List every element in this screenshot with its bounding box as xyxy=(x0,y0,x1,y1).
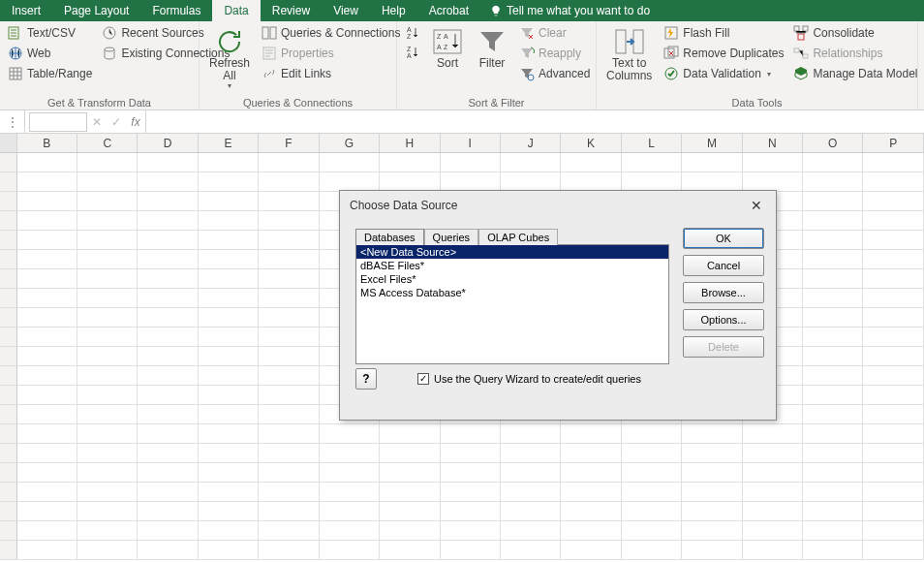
cell[interactable] xyxy=(199,328,259,347)
cell[interactable] xyxy=(17,386,77,405)
cell[interactable] xyxy=(501,444,561,463)
col-header[interactable]: D xyxy=(138,134,198,152)
data-validation-button[interactable]: Data Validation ▾ xyxy=(662,65,785,82)
cell[interactable] xyxy=(622,521,682,541)
cell[interactable] xyxy=(863,347,923,366)
cell[interactable] xyxy=(441,153,501,172)
cell[interactable] xyxy=(743,463,803,483)
tab-databases[interactable]: Databases xyxy=(355,229,424,245)
cell[interactable] xyxy=(682,521,742,541)
cell[interactable] xyxy=(138,502,198,521)
cell[interactable] xyxy=(199,269,259,289)
cell[interactable] xyxy=(17,424,77,444)
cell[interactable] xyxy=(682,483,742,502)
cell[interactable] xyxy=(17,405,77,424)
cell[interactable] xyxy=(561,521,621,541)
cell[interactable] xyxy=(622,483,682,502)
cell[interactable] xyxy=(138,308,198,328)
cell[interactable] xyxy=(17,289,77,308)
cell[interactable] xyxy=(803,172,863,192)
cell[interactable] xyxy=(441,463,501,483)
cell[interactable] xyxy=(743,444,803,463)
cell[interactable] xyxy=(77,405,138,424)
cell[interactable] xyxy=(259,424,319,444)
cell[interactable] xyxy=(138,405,198,424)
cell[interactable] xyxy=(199,211,259,231)
cell[interactable] xyxy=(380,172,440,192)
cell[interactable] xyxy=(77,153,138,172)
cell[interactable] xyxy=(17,483,77,502)
cell[interactable] xyxy=(380,463,440,483)
cell[interactable] xyxy=(17,172,77,192)
cell[interactable] xyxy=(863,541,923,560)
cell[interactable] xyxy=(863,521,923,541)
cell[interactable] xyxy=(17,366,77,386)
cell[interactable] xyxy=(259,366,319,386)
cell[interactable] xyxy=(743,521,803,541)
col-header[interactable]: F xyxy=(259,134,319,152)
cell[interactable] xyxy=(863,289,923,308)
cell[interactable] xyxy=(863,231,923,250)
cell[interactable] xyxy=(743,172,803,192)
clear-button[interactable]: Clear xyxy=(517,24,592,42)
cell[interactable] xyxy=(682,424,742,444)
cell[interactable] xyxy=(138,444,198,463)
cell[interactable] xyxy=(138,289,198,308)
cell[interactable] xyxy=(863,463,923,483)
col-header[interactable]: P xyxy=(863,134,923,152)
cell[interactable] xyxy=(138,366,198,386)
cell[interactable] xyxy=(561,502,621,521)
cell[interactable] xyxy=(138,347,198,366)
cell[interactable] xyxy=(380,521,440,541)
cell[interactable] xyxy=(561,541,621,560)
row-header[interactable] xyxy=(0,444,17,463)
cell[interactable] xyxy=(622,463,682,483)
cell[interactable] xyxy=(259,483,319,502)
cell[interactable] xyxy=(138,463,198,483)
relationships-button[interactable]: Relationships xyxy=(791,45,919,62)
cell[interactable] xyxy=(561,463,621,483)
cell[interactable] xyxy=(259,308,319,328)
cell[interactable] xyxy=(863,328,923,347)
cell[interactable] xyxy=(803,444,863,463)
sort-asc-button[interactable]: AZ xyxy=(403,24,422,42)
col-header[interactable]: H xyxy=(380,134,440,152)
cell[interactable] xyxy=(138,541,198,560)
cell[interactable] xyxy=(561,153,621,172)
list-item-dbase[interactable]: dBASE Files* xyxy=(356,259,668,272)
row-header[interactable] xyxy=(0,541,17,560)
cell[interactable] xyxy=(199,405,259,424)
cell[interactable] xyxy=(622,424,682,444)
row-header[interactable] xyxy=(0,153,17,172)
cell[interactable] xyxy=(803,502,863,521)
filter-button[interactable]: Filter xyxy=(473,24,511,72)
cancel-button[interactable]: Cancel xyxy=(683,255,764,276)
cell[interactable] xyxy=(17,347,77,366)
cell[interactable] xyxy=(320,153,380,172)
list-item-access[interactable]: MS Access Database* xyxy=(356,286,668,299)
cell[interactable] xyxy=(863,502,923,521)
cell[interactable] xyxy=(863,405,923,424)
cell[interactable] xyxy=(17,521,77,541)
cell[interactable] xyxy=(863,269,923,289)
cell[interactable] xyxy=(380,483,440,502)
cell[interactable] xyxy=(259,269,319,289)
cell[interactable] xyxy=(682,463,742,483)
flash-fill-button[interactable]: Flash Fill xyxy=(662,24,785,42)
cell[interactable] xyxy=(441,541,501,560)
tab-page-layout[interactable]: Page Layout xyxy=(52,0,140,21)
cell[interactable] xyxy=(501,483,561,502)
cell[interactable] xyxy=(199,308,259,328)
cell[interactable] xyxy=(320,424,380,444)
cell[interactable] xyxy=(17,502,77,521)
cell[interactable] xyxy=(320,172,380,192)
cell[interactable] xyxy=(863,483,923,502)
cell[interactable] xyxy=(803,366,863,386)
col-header[interactable]: J xyxy=(501,134,561,152)
tab-acrobat[interactable]: Acrobat xyxy=(417,0,480,21)
cell[interactable] xyxy=(803,289,863,308)
row-header[interactable] xyxy=(0,172,17,192)
text-to-columns-button[interactable]: Text to Columns xyxy=(602,24,656,84)
cell[interactable] xyxy=(501,502,561,521)
col-header[interactable]: M xyxy=(682,134,742,152)
